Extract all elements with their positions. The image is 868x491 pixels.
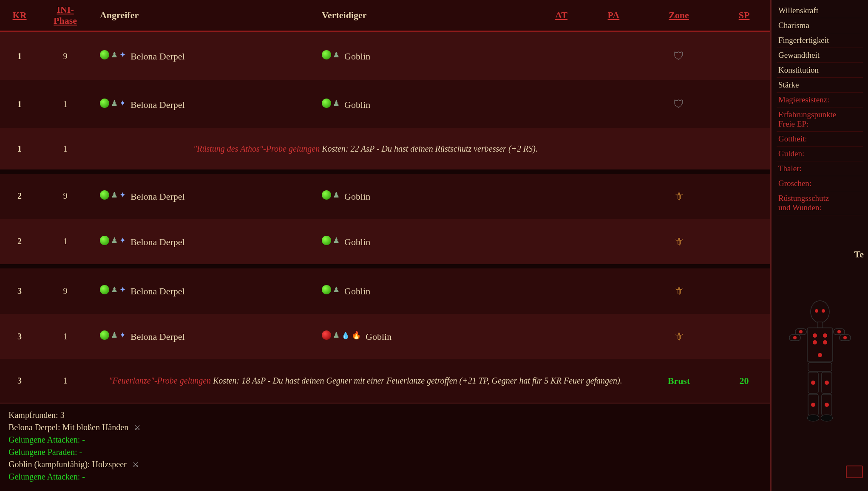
cell-zone-green: Brust: [640, 359, 718, 403]
weapon-icon-2: ⚔: [132, 460, 139, 469]
col-header-ini: INI-Phase: [39, 0, 91, 31]
defender-icons: ♟: [322, 50, 340, 59]
sword-zone-icon: 🗡: [674, 191, 684, 202]
cell-attacker: ♟✦ Belona Derpel: [91, 174, 313, 219]
svg-point-22: [811, 403, 815, 407]
message-cell-green: "Feuerlanze"-Probe gelungen Kosten: 18 A…: [91, 359, 640, 403]
cell-attacker: ♟✦ Belona Derpel: [91, 219, 313, 264]
message-cell: "Rüstung des Athos"-Probe gelungen Koste…: [91, 128, 640, 169]
cell-attacker: ♟✦ Belona Derpel: [91, 31, 313, 81]
cell-ini: 1: [39, 219, 91, 264]
col-header-zone: Zone: [640, 0, 718, 31]
svg-point-24: [825, 381, 829, 385]
cell-sp-green: 20: [718, 359, 770, 403]
defender-icons: ♟💧🔥: [322, 330, 361, 340]
shield-zone-icon: 🛡: [673, 50, 684, 62]
cell-ini: 9: [39, 268, 91, 314]
sp-value: 20: [740, 375, 749, 386]
message-italic-green: "Feuerlanze"-Probe gelungen: [109, 376, 211, 385]
col-header-verteidiger: Verteidiger: [313, 0, 535, 31]
divider-row: [0, 264, 770, 268]
cell-ini: 9: [39, 174, 91, 219]
stat-rustungsschutz: Rüstungsschutz und Wunden:: [777, 191, 863, 215]
combat-footer: Kampfrunden: 3 Belona Derpel: Mit bloßen…: [0, 403, 770, 491]
cell-sp: [718, 80, 770, 128]
te-input-box[interactable]: [846, 466, 863, 478]
star-icon: ✦: [119, 285, 126, 294]
cell-defender: ♟ Goblin: [313, 219, 535, 264]
cell-kr: 3: [0, 314, 39, 359]
table-row: 2 9 ♟✦ Belona Derpel ♟ Goblin 🗡: [0, 174, 770, 219]
message-normal: Kosten: 22 AsP - Du hast deinen Rüstschu…: [322, 144, 538, 153]
red-icon: [322, 330, 331, 340]
human-icon: ♟: [111, 99, 118, 108]
stat-gewandtheit: Gewandtheit: [777, 48, 863, 63]
star-icon: ✦: [119, 50, 126, 59]
svg-point-11: [799, 330, 803, 333]
footer-paraden: Gelungene Paraden: -: [9, 447, 762, 457]
cell-pa: [587, 314, 640, 359]
table-row: 3 9 ♟✦ Belona Derpel ♟ Goblin 🗡: [0, 268, 770, 314]
table-header: KR INI-Phase Angreifer Verteidiger AT PA: [0, 0, 770, 31]
table-row: 1 9 ♟✦ Belona Derpel ♟ Goblin 🛡: [0, 31, 770, 81]
col-header-pa: PA: [587, 0, 640, 31]
human-icon: ♟: [333, 99, 340, 108]
shield-zone-icon: 🛡: [673, 98, 684, 110]
svg-rect-18: [808, 363, 832, 371]
defender-icons: ♟: [322, 99, 340, 108]
body-figure: Te: [772, 245, 868, 491]
cell-zone: 🗡: [640, 314, 718, 359]
green-icon: [322, 190, 331, 200]
fire-icon: 🔥: [352, 330, 361, 340]
green-icon: [100, 236, 109, 245]
table-row-message: 1 1 "Rüstung des Athos"-Probe gelungen K…: [0, 128, 770, 169]
green-icon: [322, 50, 331, 59]
cell-pa: [587, 80, 640, 128]
footer-attacken2: Gelungene Attacken: -: [9, 472, 762, 482]
stat-thaler: Thaler:: [777, 161, 863, 176]
body-figure-svg: [786, 300, 854, 436]
cell-zone: 🗡: [640, 268, 718, 314]
defender-name: Goblin: [344, 237, 370, 247]
svg-point-15: [837, 330, 841, 333]
svg-point-20: [811, 381, 815, 385]
defender-name: Goblin: [344, 191, 370, 202]
attacker-icons: ♟✦: [100, 99, 126, 108]
svg-rect-3: [817, 322, 823, 328]
defender-name: Goblin: [344, 99, 370, 110]
cell-pa: [587, 31, 640, 81]
message-normal-green: Kosten: 18 AsP - Du hast deinen Gegner m…: [213, 376, 622, 385]
attacker-name: Belona Derpel: [130, 331, 185, 342]
table-row: 1 1 ♟✦ Belona Derpel ♟ Goblin 🛡: [0, 80, 770, 128]
star-icon: ✦: [119, 330, 126, 340]
cell-pa: [587, 268, 640, 314]
defender-name: Goblin: [366, 331, 391, 342]
divider-row: [0, 169, 770, 174]
stat-groschen: Groschen:: [777, 176, 863, 191]
svg-point-6: [823, 333, 827, 338]
stat-konstitution: Konstitution: [777, 63, 863, 78]
cell-ini: 1: [39, 314, 91, 359]
col-header-at: AT: [535, 0, 587, 31]
green-icon: [322, 236, 331, 245]
cell-defender: ♟ Goblin: [313, 268, 535, 314]
green-icon: [322, 285, 331, 294]
star-icon: ✦: [119, 190, 126, 200]
stat-gulden: Gulden:: [777, 147, 863, 161]
attacker-name: Belona Derpel: [130, 286, 185, 296]
col-header-angreifer: Angreifer: [91, 0, 313, 31]
cell-ini: 1: [39, 80, 91, 128]
col-header-kr: KR: [0, 0, 39, 31]
attacker-icons: ♟✦: [100, 236, 126, 245]
zone-text: Brust: [668, 375, 690, 386]
stat-magieresistenz: Magieresistenz:: [777, 93, 863, 107]
human-icon: ♟: [111, 285, 118, 294]
svg-point-27: [807, 415, 819, 421]
table-row: 3 1 ♟✦ Belona Derpel ♟💧🔥 Goblin 🗡: [0, 314, 770, 359]
cell-at: [535, 219, 587, 264]
star-icon: ✦: [119, 99, 126, 108]
attacker-icons: ♟✦: [100, 50, 126, 59]
col-header-sp: SP: [718, 0, 770, 31]
cell-at: [535, 314, 587, 359]
human-icon: ♟: [111, 50, 118, 59]
